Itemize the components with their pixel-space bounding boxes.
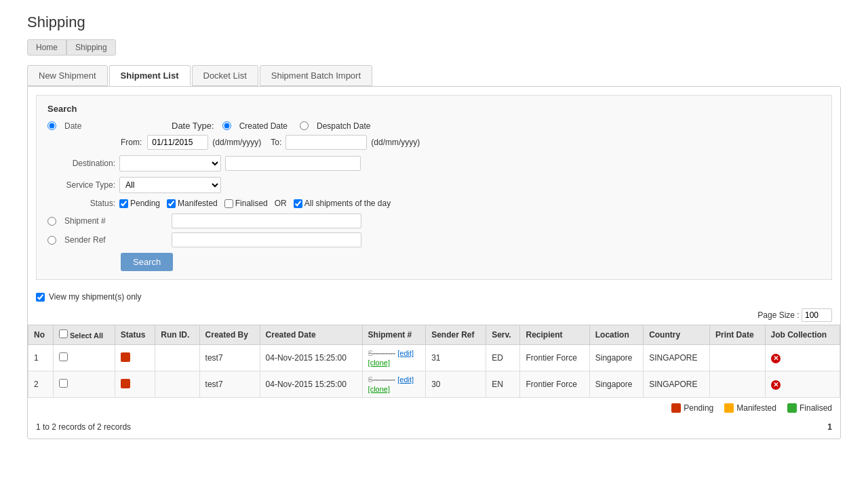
pagination-row: 1 to 2 records of 2 records 1	[28, 418, 840, 439]
clone-link-0[interactable]: [clone]	[368, 359, 390, 367]
date-type-label: Date Type:	[172, 121, 214, 131]
manifested-checkbox[interactable]	[167, 199, 176, 208]
col-job-collection: Job Collection	[765, 325, 840, 345]
date-range-row: From: (dd/mm/yyyy) To: (dd/mm/yyyy)	[121, 135, 821, 150]
cell-shipment-num: S--------- [edit] [clone]	[362, 345, 426, 371]
search-title: Search	[47, 104, 821, 114]
status-flag-icon	[121, 352, 130, 362]
service-type-label: Service Type:	[47, 180, 115, 190]
service-type-select[interactable]: All	[119, 177, 221, 193]
row-checkbox-0[interactable]	[59, 352, 68, 361]
all-day-check: All shipments of the day	[294, 199, 391, 208]
finalised-checkbox[interactable]	[224, 199, 233, 208]
shipment-ref-input[interactable]	[172, 214, 361, 228]
clone-link-1[interactable]: [clone]	[368, 385, 390, 393]
pending-checkbox[interactable]	[119, 199, 128, 208]
cell-country: SINGAPORE	[644, 371, 710, 398]
job-collection-x-icon: ✕	[771, 380, 781, 390]
cell-serv: ED	[486, 345, 520, 371]
destination-select[interactable]	[119, 155, 221, 171]
job-collection-x-icon: ✕	[771, 354, 781, 363]
records-info: 1 to 2 records of 2 records	[36, 422, 131, 432]
all-day-checkbox[interactable]	[294, 199, 302, 208]
status-label: Status:	[47, 199, 115, 208]
cell-location: Singapore	[589, 345, 643, 371]
cell-checkbox	[53, 345, 115, 371]
from-date-input[interactable]	[147, 135, 208, 150]
row-checkbox-1[interactable]	[59, 379, 68, 388]
to-date-input[interactable]	[285, 135, 367, 150]
col-created-date: Created Date	[260, 325, 362, 345]
destination-row: Destination:	[47, 155, 821, 171]
service-type-row: Service Type: All	[47, 177, 821, 193]
date-radio-label: Date	[64, 121, 125, 131]
finalised-flag-icon	[787, 403, 797, 413]
table-row: 1 test7 04-Nov-2015 15:25:00 S--------- …	[28, 345, 840, 371]
tab-new-shipment[interactable]: New Shipment	[27, 65, 108, 86]
cell-serv: EN	[486, 371, 520, 398]
col-created-by: Created By	[199, 325, 260, 345]
cell-no: 1	[28, 345, 54, 371]
status-checks: Pending Manifested Finalised OR All ship…	[119, 199, 391, 208]
sender-ref-row: Sender Ref	[47, 232, 821, 247]
to-format: (dd/mm/yyyy)	[371, 138, 420, 147]
content-area: Search Date Date Type: Created Date Desp…	[27, 86, 841, 439]
view-my-only-label: View my shipment(s) only	[49, 292, 142, 302]
edit-link-0[interactable]: [edit]	[397, 349, 414, 357]
cell-created-date: 04-Nov-2015 15:25:00	[260, 345, 362, 371]
despatch-date-radio[interactable]	[300, 121, 309, 130]
select-all-checkbox[interactable]	[59, 329, 68, 338]
all-day-label: All shipments of the day	[304, 199, 391, 208]
cell-recipient: Frontier Force	[520, 345, 589, 371]
cell-sender-ref: 31	[426, 345, 486, 371]
search-button[interactable]: Search	[121, 253, 173, 271]
finalised-label: Finalised	[235, 199, 268, 208]
tab-docket-list[interactable]: Docket List	[192, 65, 258, 86]
created-date-radio[interactable]	[222, 121, 231, 130]
shipment-num-struck: S---------	[368, 349, 395, 357]
col-select-all: Select All	[53, 325, 115, 345]
col-status: Status	[115, 325, 155, 345]
breadcrumb-home[interactable]: Home	[27, 39, 66, 56]
breadcrumb: Home Shipping	[27, 39, 841, 56]
sender-ref-radio[interactable]	[47, 236, 56, 245]
page-size-row: Page Size :	[28, 306, 840, 325]
to-label: To:	[271, 138, 281, 147]
status-row: Status: Pending Manifested Finalised OR	[47, 199, 821, 208]
search-btn-row: Search	[121, 253, 821, 271]
page-size-input[interactable]	[802, 308, 832, 322]
col-serv: Serv.	[486, 325, 520, 345]
sender-ref-input[interactable]	[172, 232, 361, 247]
cell-recipient: Frontier Force	[520, 371, 589, 398]
destination-input[interactable]	[225, 156, 361, 171]
created-date-label: Created Date	[239, 121, 288, 131]
shipment-ref-radio[interactable]	[47, 217, 56, 226]
sender-ref-label: Sender Ref	[64, 235, 125, 245]
legend-pending-label: Pending	[684, 403, 713, 413]
or-label: OR	[275, 199, 287, 208]
breadcrumb-shipping[interactable]: Shipping	[66, 39, 116, 56]
cell-job-collection: ✕	[765, 345, 840, 371]
legend-pending: Pending	[671, 403, 713, 413]
cell-country: SINGAPORE	[644, 345, 710, 371]
edit-link-1[interactable]: [edit]	[397, 375, 414, 384]
tab-shipment-list[interactable]: Shipment List	[109, 65, 191, 86]
legend-finalised-label: Finalised	[800, 403, 832, 413]
pending-label: Pending	[130, 199, 160, 208]
view-only-row: View my shipment(s) only	[28, 288, 840, 306]
cell-print-date	[709, 345, 765, 371]
cell-created-by: test7	[199, 371, 260, 398]
cell-created-date: 04-Nov-2015 15:25:00	[260, 371, 362, 398]
page-title: Shipping	[27, 14, 841, 31]
date-radio[interactable]	[47, 121, 56, 130]
cell-created-by: test7	[199, 345, 260, 371]
col-recipient: Recipient	[520, 325, 589, 345]
status-flag-icon	[121, 379, 130, 388]
tab-batch-import[interactable]: Shipment Batch Import	[260, 65, 372, 86]
search-panel: Search Date Date Type: Created Date Desp…	[36, 95, 832, 280]
view-my-only-checkbox[interactable]	[36, 293, 45, 302]
cell-run-id	[155, 371, 199, 398]
date-filter-row: Date Date Type: Created Date Despatch Da…	[47, 121, 821, 131]
cell-checkbox	[53, 371, 115, 398]
page-number[interactable]: 1	[827, 422, 832, 432]
